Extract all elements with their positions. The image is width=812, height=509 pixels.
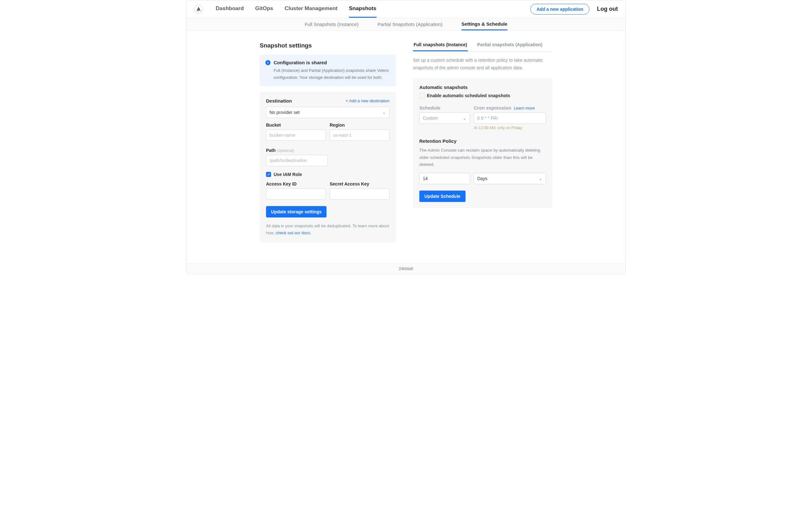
destination-panel: Destination + Add a new destination No p… <box>260 92 396 243</box>
path-input[interactable] <box>266 155 328 166</box>
add-destination-link[interactable]: + Add a new destination <box>346 98 390 103</box>
schedule-select[interactable]: Custom ⌄ <box>419 112 470 124</box>
provider-select[interactable]: No provider set ⌄ <box>266 107 390 118</box>
subnav-settings-schedule[interactable]: Settings & Schedule <box>461 19 507 30</box>
bucket-label: Bucket <box>266 123 326 128</box>
tab-partial-snapshots[interactable]: Partial snapshots (Application) <box>477 42 543 51</box>
path-label: Path(optional) <box>266 148 390 153</box>
info-body: Full (Instance) and Partial (Application… <box>265 67 390 81</box>
info-title: Configuration is shared <box>273 60 327 65</box>
footer: 24kbla8 <box>187 263 625 274</box>
docs-link[interactable]: check out our docs <box>275 231 310 235</box>
info-icon: i <box>265 60 270 65</box>
info-banner: i Configuration is shared Full (Instance… <box>260 55 396 86</box>
schedule-value: Custom <box>423 115 438 121</box>
app-logo <box>194 5 203 13</box>
update-schedule-button[interactable]: Update Schedule <box>419 191 465 202</box>
schedule-label: Schedule <box>419 105 470 110</box>
primary-nav: Dashboard GitOps Cluster Management Snap… <box>216 0 377 18</box>
auto-snapshots-title: Automatic snapshots <box>419 84 546 90</box>
nav-dashboard[interactable]: Dashboard <box>216 0 244 18</box>
cron-hint: At 12:00 AM, only on Friday <box>474 126 546 130</box>
secret-key-label: Secret Access Key <box>330 181 390 186</box>
nav-snapshots[interactable]: Snapshots <box>349 0 377 18</box>
nav-cluster-management[interactable]: Cluster Management <box>284 0 337 18</box>
chevron-down-icon: ⌄ <box>463 115 466 121</box>
add-application-button[interactable]: Add a new application <box>530 4 589 14</box>
sub-nav: Full Snapshots (Instance) Partial Snapsh… <box>187 18 625 31</box>
access-key-input[interactable] <box>266 188 326 200</box>
page-title: Snapshot settings <box>260 42 396 49</box>
logout-link[interactable]: Log out <box>597 6 618 12</box>
settings-column: Snapshot settings i Configuration is sha… <box>260 42 396 252</box>
nav-gitops[interactable]: GitOps <box>255 0 273 18</box>
retention-description: The Admin Console can reclaim space by a… <box>419 147 546 169</box>
iam-role-label: Use IAM Role <box>273 172 302 177</box>
cron-label: Cron expression Learn more <box>474 105 546 110</box>
iam-role-checkbox[interactable] <box>266 172 271 177</box>
schedule-panel: Automatic snapshots Enable automatic sch… <box>413 78 552 209</box>
provider-value: No provider set <box>269 110 300 115</box>
access-key-label: Access Key ID <box>266 181 326 186</box>
cron-input[interactable] <box>474 112 546 124</box>
region-input[interactable] <box>330 130 390 141</box>
bucket-input[interactable] <box>266 130 326 141</box>
cron-learn-more-link[interactable]: Learn more <box>514 106 534 110</box>
region-label: Region <box>330 123 390 128</box>
subnav-partial-snapshots[interactable]: Partial Snapshots (Application) <box>378 19 443 30</box>
schedule-description: Set up a custom schedule with a retentio… <box>413 57 552 72</box>
chevron-down-icon: ⌄ <box>382 110 386 115</box>
subnav-full-snapshots[interactable]: Full Snapshots (Instance) <box>305 19 358 30</box>
topbar: Dashboard GitOps Cluster Management Snap… <box>187 0 625 18</box>
logo-icon <box>196 7 201 12</box>
retention-unit-value: Days <box>477 176 487 181</box>
storage-footnote: All data in your snapshots will be dedup… <box>266 223 390 236</box>
retention-unit-select[interactable]: Days ⌄ <box>474 173 546 184</box>
secret-key-input[interactable] <box>330 188 390 200</box>
auto-snapshots-checkbox[interactable] <box>419 93 424 98</box>
retention-value-input[interactable] <box>419 173 470 184</box>
schedule-tabs: Full snapshots (Instance) Partial snapsh… <box>413 42 552 52</box>
tab-full-snapshots[interactable]: Full snapshots (Instance) <box>413 42 468 51</box>
auto-snapshots-label: Enable automatic scheduled snapshots <box>427 93 510 98</box>
destination-label: Destination <box>266 98 292 103</box>
update-storage-button[interactable]: Update storage settings <box>266 206 326 217</box>
retention-title: Retention Policy <box>419 138 546 144</box>
schedule-column: Full snapshots (Instance) Partial snapsh… <box>413 42 552 252</box>
chevron-down-icon: ⌄ <box>539 176 543 181</box>
